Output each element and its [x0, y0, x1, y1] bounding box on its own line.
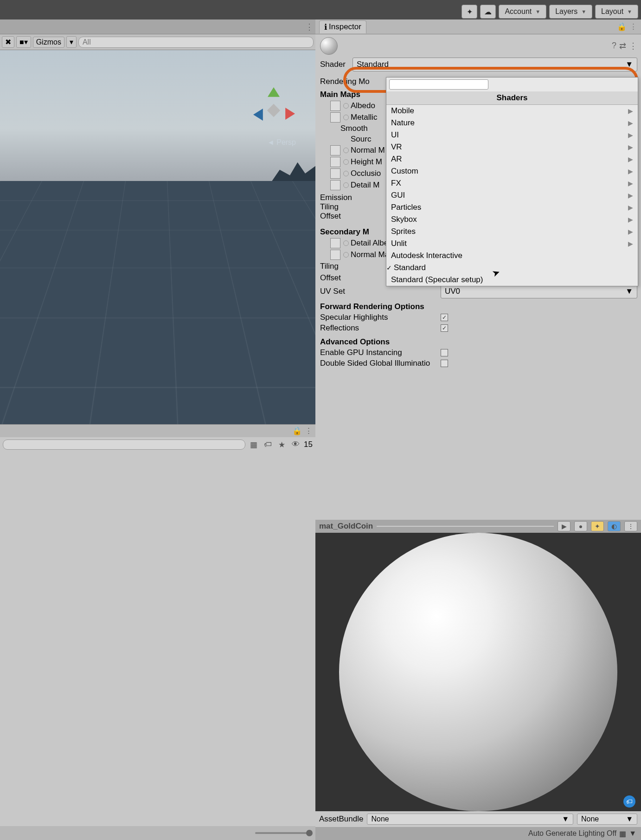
- project-body[interactable]: [0, 452, 315, 826]
- orientation-gizmo[interactable]: [250, 87, 297, 134]
- picker-icon[interactable]: [343, 159, 349, 165]
- chevron-down-icon[interactable]: ▼: [629, 829, 636, 838]
- uvset-dropdown[interactable]: UV0▼: [441, 284, 637, 298]
- normalmap2-texture-slot[interactable]: [330, 250, 340, 260]
- dsgi-checkbox[interactable]: [441, 360, 448, 367]
- picker-icon[interactable]: [343, 148, 349, 153]
- axis-y-icon[interactable]: [268, 87, 280, 99]
- shader-item[interactable]: FX▶: [386, 177, 638, 189]
- albedo-texture-slot[interactable]: [330, 101, 340, 111]
- picker-icon[interactable]: [343, 171, 349, 176]
- heightmap-texture-slot[interactable]: [330, 157, 340, 167]
- light-icon[interactable]: ✦: [591, 521, 604, 531]
- shader-item[interactable]: Custom▶: [386, 165, 638, 177]
- kebab-icon[interactable]: ⋮: [305, 22, 314, 32]
- normalmap-texture-slot[interactable]: [330, 145, 340, 155]
- shader-item[interactable]: Skybox▶: [386, 213, 638, 226]
- gizmos-dropdown[interactable]: ▾: [66, 36, 77, 48]
- tag-icon[interactable]: 🏷: [262, 440, 273, 449]
- assetbundle-label: AssetBundle: [319, 814, 363, 824]
- layers-menu[interactable]: Layers▼: [549, 5, 592, 19]
- shader-item[interactable]: VR▶: [386, 141, 638, 153]
- picker-icon[interactable]: [343, 252, 349, 258]
- reflections-label: Reflections: [320, 323, 441, 333]
- shader-item[interactable]: Standard (Specular setup): [386, 274, 638, 286]
- axis-z-icon[interactable]: [253, 109, 265, 121]
- uvset-value: UV0: [445, 287, 460, 296]
- detailmask-texture-slot[interactable]: [330, 180, 340, 190]
- reflections-checkbox[interactable]: ✓: [441, 324, 448, 332]
- scene-view[interactable]: ◄ Persp: [0, 50, 315, 424]
- shader-item[interactable]: ✓Standard: [386, 262, 638, 274]
- chevron-right-icon: ▶: [628, 131, 633, 139]
- camera-icon[interactable]: ■▾: [16, 36, 31, 48]
- kebab-icon[interactable]: ⋮: [629, 41, 637, 51]
- shader-item-label: Mobile: [391, 106, 414, 116]
- collab-icon[interactable]: ✦: [462, 5, 477, 19]
- project-search[interactable]: [3, 439, 245, 450]
- preview-body[interactable]: 🏷: [315, 533, 641, 811]
- sphere-icon[interactable]: ●: [574, 521, 587, 531]
- hidden-icon[interactable]: 👁: [290, 440, 301, 449]
- gizmos-toggle[interactable]: Gizmos: [33, 37, 64, 48]
- kebab-icon[interactable]: ⋮: [629, 22, 637, 32]
- cloud-icon[interactable]: ☁: [480, 5, 496, 19]
- lock-icon[interactable]: 🔒: [292, 426, 302, 436]
- lighting-icon[interactable]: ▦: [619, 829, 626, 838]
- shader-item-label: Autodesk Interactive: [391, 251, 462, 260]
- filter-icon[interactable]: ▦: [248, 440, 259, 450]
- thumbnail-size-slider[interactable]: [255, 832, 311, 834]
- shader-item[interactable]: Mobile▶: [386, 105, 638, 117]
- tab-inspector[interactable]: ℹ Inspector: [319, 20, 366, 33]
- lighting-status[interactable]: Auto Generate Lighting Off: [528, 829, 616, 838]
- shader-item[interactable]: GUI▶: [386, 189, 638, 201]
- star-icon[interactable]: ★: [276, 440, 287, 450]
- axis-x-icon[interactable]: [283, 108, 295, 120]
- picker-icon[interactable]: [343, 115, 349, 120]
- gizmo-cube[interactable]: [267, 104, 280, 117]
- shader-item-label: VR: [391, 142, 402, 152]
- material-preview-sphere: [339, 533, 617, 811]
- spec-highlights-checkbox[interactable]: ✓: [441, 314, 448, 321]
- shader-dropdown[interactable]: Standard ▼: [353, 58, 637, 71]
- shader-item[interactable]: Sprites▶: [386, 226, 638, 238]
- scene-search[interactable]: [78, 37, 314, 48]
- chevron-right-icon: ▶: [628, 119, 633, 127]
- shader-item[interactable]: AR▶: [386, 153, 638, 165]
- shader-item[interactable]: Autodesk Interactive: [386, 250, 638, 262]
- help-icon[interactable]: ?: [612, 41, 616, 51]
- shader-item-label: Standard: [394, 263, 426, 272]
- lock-icon[interactable]: 🔒: [617, 22, 627, 32]
- shader-popup-search[interactable]: [389, 79, 488, 90]
- info-icon: ℹ: [324, 22, 327, 32]
- picker-icon[interactable]: [343, 103, 349, 109]
- layout-menu[interactable]: Layout▼: [595, 5, 638, 19]
- kebab-icon[interactable]: ⋮: [305, 426, 313, 436]
- kebab-icon[interactable]: ⋮: [624, 521, 637, 531]
- picker-icon[interactable]: [343, 240, 349, 246]
- play-icon[interactable]: ▶: [558, 521, 570, 531]
- uvset-label: UV Set: [320, 287, 441, 296]
- picker-icon[interactable]: [343, 182, 349, 188]
- account-menu[interactable]: Account▼: [499, 5, 546, 19]
- chevron-right-icon: ▶: [628, 240, 633, 247]
- assetbundle-name-dropdown[interactable]: None▼: [367, 814, 573, 825]
- gpu-instancing-checkbox[interactable]: [441, 349, 448, 356]
- layers-label: Layers: [555, 7, 577, 16]
- shader-item[interactable]: Particles▶: [386, 201, 638, 213]
- shader-item[interactable]: UI▶: [386, 129, 638, 141]
- assetbundle-variant-dropdown[interactable]: None▼: [577, 814, 637, 825]
- tag-icon[interactable]: 🏷: [623, 795, 635, 808]
- tab-inspector-label: Inspector: [329, 22, 361, 32]
- shader-item-label: Standard (Specular setup): [391, 275, 483, 284]
- shader-item-label: Particles: [391, 203, 421, 212]
- occlusion-texture-slot[interactable]: [330, 168, 340, 179]
- wrench-icon[interactable]: ✖: [2, 36, 14, 48]
- preset-icon[interactable]: ⇄: [619, 41, 626, 51]
- metallic-texture-slot[interactable]: [330, 112, 340, 123]
- shader-item[interactable]: Unlit▶: [386, 238, 638, 250]
- persp-label[interactable]: ◄ Persp: [267, 138, 296, 147]
- detail-albedo-texture-slot[interactable]: [330, 238, 340, 248]
- shader-item[interactable]: Nature▶: [386, 117, 638, 129]
- sky-icon[interactable]: ◐: [608, 521, 621, 531]
